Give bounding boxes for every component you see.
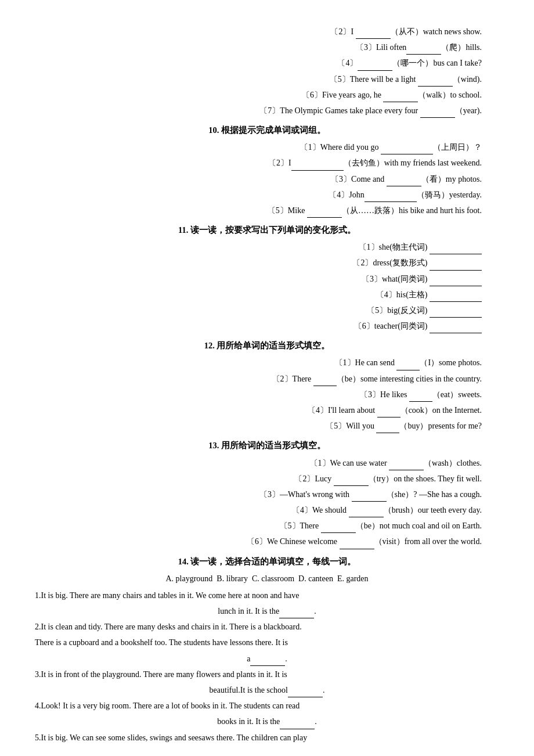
- q14-p4b: books in it. It is the.: [35, 714, 499, 729]
- s10-q5: 〔5〕Mike （从……跌落）his bike and hurt his foo…: [35, 203, 499, 218]
- line-2-2: 〔3〕Lili often（爬）hills.: [35, 40, 499, 55]
- section-11-title: 11. 读一读，按要求写出下列单词的变化形式。: [35, 222, 499, 237]
- section-13-title: 13. 用所给词的适当形式填空。: [35, 438, 499, 453]
- s13-q6: 〔6〕We Chinese welcome （visit）from all ov…: [35, 534, 499, 549]
- q14-p2b: There is a cupboard and a bookshelf too.…: [35, 635, 499, 650]
- page-content: 〔2〕I （从不）watch news show. 〔3〕Lili often（…: [35, 24, 499, 756]
- q14-p1b: lunch in it. It is the.: [35, 604, 499, 618]
- q14-p1a: 1.It is big. There are many chairs and t…: [35, 588, 499, 603]
- line-2-3: 〔4〕（哪一个）bus can I take?: [35, 56, 499, 70]
- line-2-4: 〔5〕There will be a light （wind).: [35, 72, 499, 87]
- s12-q2: 〔2〕There （be）some interesting cities in …: [35, 372, 499, 386]
- s11-q4: 〔4〕his(主格): [35, 287, 499, 302]
- s11-q1: 〔1〕she(物主代词): [35, 240, 499, 254]
- q14-options: A. playground B. library C. classroom D.…: [35, 571, 499, 586]
- s11-q5: 〔5〕big(反义词): [35, 303, 499, 318]
- line-2-1: 〔2〕I （从不）watch news show.: [35, 24, 499, 39]
- s11-q3: 〔3〕what(同类词): [35, 272, 499, 286]
- s13-q4: 〔4〕We should （brush）our teeth every day.: [35, 503, 499, 517]
- s10-q1: 〔1〕Where did you go （上周日）？: [35, 140, 499, 154]
- section-10-title: 10. 根据提示完成单词或词组。: [35, 123, 499, 138]
- s10-q4: 〔4〕John（骑马）yesterday.: [35, 188, 499, 202]
- line-2-5: 〔6〕Five years ago, he （walk）to school.: [35, 88, 499, 102]
- s12-q4: 〔4〕I'll learn about （cook）on the Interne…: [35, 403, 499, 417]
- q14-p3b: beautiful.It is the school.: [35, 683, 499, 697]
- s11-q2: 〔2〕dress(复数形式): [35, 255, 499, 270]
- line-2-6: 〔7〕The Olympic Games take place every fo…: [35, 103, 499, 118]
- s11-q6: 〔6〕teacher(同类词): [35, 319, 499, 333]
- s13-q1: 〔1〕We can use water （wash）clothes.: [35, 456, 499, 470]
- s12-q1: 〔1〕He can send （I）some photos.: [35, 355, 499, 370]
- section-14-title: 14. 读一读，选择合适的单词填空，每线一词。: [35, 554, 499, 569]
- q14-p2a: 2.It is clean and tidy. There are many d…: [35, 620, 499, 634]
- section-12-title: 12. 用所给单词的适当形式填空。: [35, 338, 499, 353]
- q14-p2c: a.: [35, 651, 499, 666]
- q14-p3a: 3.It is in front of the playground. Ther…: [35, 667, 499, 682]
- s13-q3: 〔3〕—What's wrong with （she）? —She has a …: [35, 487, 499, 502]
- s13-q5: 〔5〕There （be）not much coal and oil on Ea…: [35, 519, 499, 533]
- s12-q5: 〔5〕Will you （buy）presents for me?: [35, 419, 499, 433]
- s10-q3: 〔3〕Come and （看）my photos.: [35, 172, 499, 186]
- s12-q3: 〔3〕He likes （eat）sweets.: [35, 387, 499, 402]
- q14-p5: 5.It is big. We can see some slides, swi…: [35, 730, 499, 745]
- s10-q2: 〔2〕I（去钓鱼）with my friends last weekend.: [35, 156, 499, 170]
- q14-p4a: 4.Look! It is a very big room. There are…: [35, 699, 499, 713]
- s13-q2: 〔2〕Lucy （try）on the shoes. They fit well…: [35, 471, 499, 486]
